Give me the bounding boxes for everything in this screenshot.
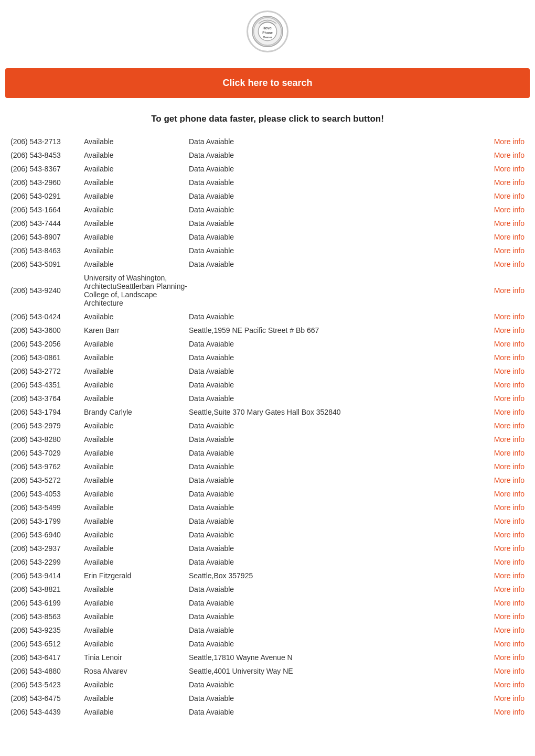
data-field: Data Avaiable bbox=[189, 422, 483, 430]
more-info-link[interactable]: More info bbox=[483, 640, 525, 648]
table-row: (206) 543-2772AvailableData AvaiableMore… bbox=[10, 364, 525, 378]
status-field: Rosa Alvarev bbox=[84, 667, 189, 675]
data-field: Data Avaiable bbox=[189, 312, 483, 321]
more-info-link[interactable]: More info bbox=[483, 151, 525, 159]
data-field: Data Avaiable bbox=[189, 381, 483, 389]
phone-number: (206) 543-9240 bbox=[10, 286, 84, 295]
more-info-link[interactable]: More info bbox=[483, 367, 525, 375]
svg-text:Phone: Phone bbox=[262, 31, 273, 35]
phone-number: (206) 543-4439 bbox=[10, 708, 84, 716]
table-row: (206) 543-4351AvailableData AvaiableMore… bbox=[10, 378, 525, 392]
status-field: Available bbox=[84, 340, 189, 348]
status-field: Available bbox=[84, 462, 189, 471]
data-field: Data Avaiable bbox=[189, 137, 483, 146]
phone-number: (206) 543-8453 bbox=[10, 151, 84, 159]
more-info-link[interactable]: More info bbox=[483, 558, 525, 566]
more-info-link[interactable]: More info bbox=[483, 435, 525, 444]
more-info-link[interactable]: More info bbox=[483, 340, 525, 348]
more-info-link[interactable]: More info bbox=[483, 599, 525, 607]
data-field: Data Avaiable bbox=[189, 585, 483, 593]
table-row: (206) 543-8563AvailableData AvaiableMore… bbox=[10, 610, 525, 623]
more-info-link[interactable]: More info bbox=[483, 408, 525, 416]
logo: Revel Phone Owner bbox=[247, 10, 288, 52]
more-info-link[interactable]: More info bbox=[483, 394, 525, 403]
status-field: Available bbox=[84, 708, 189, 716]
more-info-link[interactable]: More info bbox=[483, 260, 525, 268]
table-row: (206) 543-5272AvailableData AvaiableMore… bbox=[10, 473, 525, 487]
more-info-link[interactable]: More info bbox=[483, 286, 525, 295]
table-row: (206) 543-8280AvailableData AvaiableMore… bbox=[10, 433, 525, 446]
data-field: Data Avaiable bbox=[189, 640, 483, 648]
more-info-link[interactable]: More info bbox=[483, 165, 525, 173]
data-field: Data Avaiable bbox=[189, 178, 483, 187]
phone-number: (206) 543-7029 bbox=[10, 449, 84, 457]
table-row: (206) 543-0424AvailableData AvaiableMore… bbox=[10, 310, 525, 323]
status-field: Available bbox=[84, 681, 189, 689]
table-row: (206) 543-4439AvailableData AvaiableMore… bbox=[10, 705, 525, 719]
status-field: Available bbox=[84, 544, 189, 553]
phone-number: (206) 543-5091 bbox=[10, 260, 84, 268]
more-info-link[interactable]: More info bbox=[483, 517, 525, 525]
more-info-link[interactable]: More info bbox=[483, 246, 525, 255]
more-info-link[interactable]: More info bbox=[483, 612, 525, 621]
phone-number: (206) 543-1664 bbox=[10, 206, 84, 214]
more-info-link[interactable]: More info bbox=[483, 381, 525, 389]
more-info-link[interactable]: More info bbox=[483, 490, 525, 498]
more-info-link[interactable]: More info bbox=[483, 353, 525, 362]
table-row: (206) 543-2299AvailableData AvaiableMore… bbox=[10, 555, 525, 569]
more-info-link[interactable]: More info bbox=[483, 206, 525, 214]
more-info-link[interactable]: More info bbox=[483, 422, 525, 430]
more-info-link[interactable]: More info bbox=[483, 544, 525, 553]
status-field: Available bbox=[84, 165, 189, 173]
more-info-link[interactable]: More info bbox=[483, 667, 525, 675]
data-field: Data Avaiable bbox=[189, 599, 483, 607]
phone-number: (206) 543-6199 bbox=[10, 599, 84, 607]
more-info-link[interactable]: More info bbox=[483, 137, 525, 146]
more-info-link[interactable]: More info bbox=[483, 694, 525, 703]
more-info-link[interactable]: More info bbox=[483, 681, 525, 689]
more-info-link[interactable]: More info bbox=[483, 326, 525, 334]
more-info-link[interactable]: More info bbox=[483, 585, 525, 593]
table-row: (206) 543-0861AvailableData AvaiableMore… bbox=[10, 351, 525, 364]
more-info-link[interactable]: More info bbox=[483, 653, 525, 662]
data-field: Data Avaiable bbox=[189, 476, 483, 484]
data-field: Data Avaiable bbox=[189, 544, 483, 553]
more-info-link[interactable]: More info bbox=[483, 476, 525, 484]
phone-number: (206) 543-4880 bbox=[10, 667, 84, 675]
data-field: Seattle,4001 University Way NE bbox=[189, 667, 483, 675]
more-info-link[interactable]: More info bbox=[483, 192, 525, 200]
more-info-link[interactable]: More info bbox=[483, 531, 525, 539]
more-info-link[interactable]: More info bbox=[483, 219, 525, 228]
data-field: Data Avaiable bbox=[189, 233, 483, 241]
status-field: Available bbox=[84, 435, 189, 444]
more-info-link[interactable]: More info bbox=[483, 449, 525, 457]
phone-number: (206) 543-1799 bbox=[10, 517, 84, 525]
data-field: Data Avaiable bbox=[189, 260, 483, 268]
more-info-link[interactable]: More info bbox=[483, 571, 525, 580]
table-row: (206) 543-1664AvailableData AvaiableMore… bbox=[10, 203, 525, 217]
search-button[interactable]: Click here to search bbox=[222, 78, 312, 88]
more-info-link[interactable]: More info bbox=[483, 626, 525, 634]
page-subtitle: To get phone data faster, please click t… bbox=[0, 114, 535, 124]
data-field: Data Avaiable bbox=[189, 708, 483, 716]
status-field: Available bbox=[84, 476, 189, 484]
more-info-link[interactable]: More info bbox=[483, 233, 525, 241]
more-info-link[interactable]: More info bbox=[483, 708, 525, 716]
status-field: Available bbox=[84, 694, 189, 703]
table-row: (206) 543-5423AvailableData AvaiableMore… bbox=[10, 678, 525, 692]
data-field: Data Avaiable bbox=[189, 558, 483, 566]
more-info-link[interactable]: More info bbox=[483, 503, 525, 512]
phone-number: (206) 543-2772 bbox=[10, 367, 84, 375]
search-banner[interactable]: Click here to search bbox=[5, 68, 530, 98]
phone-number: (206) 543-6512 bbox=[10, 640, 84, 648]
more-info-link[interactable]: More info bbox=[483, 178, 525, 187]
more-info-link[interactable]: More info bbox=[483, 462, 525, 471]
status-field: Karen Barr bbox=[84, 326, 189, 334]
table-row: (206) 543-0291AvailableData AvaiableMore… bbox=[10, 189, 525, 203]
status-field: Available bbox=[84, 137, 189, 146]
phone-number: (206) 543-8367 bbox=[10, 165, 84, 173]
svg-text:Revel: Revel bbox=[262, 26, 272, 30]
more-info-link[interactable]: More info bbox=[483, 312, 525, 321]
table-row: (206) 543-4880Rosa AlvarevSeattle,4001 U… bbox=[10, 664, 525, 678]
table-row: (206) 543-9762AvailableData AvaiableMore… bbox=[10, 460, 525, 473]
